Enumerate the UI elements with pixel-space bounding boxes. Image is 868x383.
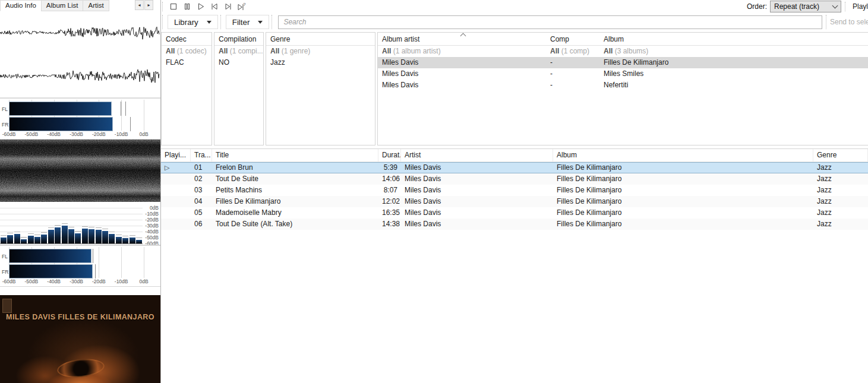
title-cell: Tout De Suite (212, 173, 378, 185)
meter-scale-label: -60dB (0, 131, 19, 137)
random-button[interactable]: ? (235, 1, 248, 12)
genre-cell: Jazz (813, 163, 868, 173)
playlist-row[interactable]: 06Tout De Suite (Alt. Take)14:38Miles Da… (161, 219, 868, 230)
all-label: All (550, 47, 559, 55)
spectrum-bar (62, 226, 68, 243)
duration-cell: 8:07 (378, 185, 401, 196)
genre-cell: Jazz (813, 185, 868, 196)
album-column-header[interactable]: Album (599, 33, 868, 45)
toolbar-grip[interactable] (826, 15, 829, 29)
playlist-column-header-title[interactable]: Title (212, 149, 378, 162)
playlist-row[interactable]: 05Mademoiselle Mabry16:35Miles DavisFill… (161, 207, 868, 219)
tab-audio-info[interactable]: Audio Info (0, 0, 42, 11)
app-window: Audio Info Album List Artist ◂ ▸ FLFR-60… (0, 0, 868, 383)
spectrum-bar (1, 238, 7, 243)
playlist-column-header-duration[interactable]: Durat... (378, 149, 401, 162)
filter-menu-button[interactable]: Filter (226, 15, 270, 29)
play-button[interactable] (194, 1, 207, 12)
meter-gridline (144, 247, 144, 278)
album-cell: Filles De Kilimanjaro (553, 173, 813, 185)
all-label: All (604, 47, 613, 55)
dropdown-arrow-icon (207, 21, 212, 24)
spectrum-peak (21, 237, 27, 238)
tab-scroll-left-button[interactable]: ◂ (135, 0, 144, 10)
filter-item[interactable]: FLAC (162, 57, 212, 68)
stop-button[interactable] (166, 1, 180, 12)
playlist-column-header-album[interactable]: Album (553, 149, 813, 162)
spectrum-bar (68, 229, 74, 243)
album-all-cell: All (1 comp) (546, 46, 599, 57)
order-dropdown[interactable]: Repeat (track) (770, 1, 841, 12)
playlist-row[interactable]: 03Petits Machins8:07Miles DavisFilles De… (161, 185, 868, 196)
meter-area: FLFR-60dB-50dB-40dB-30dB-20dB-10dB0dB (0, 99, 160, 139)
album-art: MILES DAVIS FILLES DE KILIMANJARO (0, 295, 160, 383)
album-row[interactable]: Miles Davis-Filles De Kilimanjaro (378, 57, 868, 68)
meter-gridline (121, 247, 122, 278)
filter-item-all[interactable]: All (1 codec) (162, 46, 212, 57)
pause-button[interactable] (180, 1, 194, 12)
channel-label: FR (2, 269, 8, 275)
all-count: (1 codec) (175, 47, 206, 55)
waveform-channel-right (0, 69, 159, 83)
left-sidebar: Audio Info Album List Artist ◂ ▸ FLFR-60… (0, 0, 161, 383)
tab-artist[interactable]: Artist (83, 0, 109, 11)
spectrum-peak (102, 229, 108, 229)
playlist-column-header-track[interactable]: Tra... (191, 149, 212, 162)
filter-item-all[interactable]: All (1 compi... (214, 46, 263, 57)
playlist-toolbar-label[interactable]: Playl (853, 2, 868, 11)
filter-menu-label: Filter (232, 18, 250, 27)
genre-header[interactable]: Genre (266, 33, 375, 46)
toolbar-grip[interactable] (162, 2, 165, 11)
playlist-column-header-playing[interactable]: Playi... (161, 149, 191, 162)
waveform-channel-left (0, 27, 159, 39)
spectrum-gridline (0, 214, 143, 214)
toolbar-grip[interactable] (272, 15, 274, 29)
playlist-panel: Playi...Tra...TitleDurat...ArtistAlbumGe… (161, 148, 868, 383)
title-cell: Frelon Brun (212, 163, 378, 173)
send-to-selection-label[interactable]: Send to sele (830, 18, 868, 26)
playlist-row[interactable]: 04Filles De Kilimanjaro12:02Miles DavisF… (161, 196, 868, 207)
comp-column-header[interactable]: Comp (546, 33, 599, 45)
spectrum-peak (122, 236, 128, 236)
meter-scale-label: -40dB (44, 131, 64, 137)
next-button[interactable] (221, 1, 235, 12)
album-cell: Filles De Kilimanjaro (599, 57, 868, 68)
tab-scroll-right-button[interactable]: ▸ (144, 0, 153, 10)
chevron-down-icon (832, 2, 838, 8)
library-menu-button[interactable]: Library (168, 15, 218, 29)
meter-scale-label: -10dB (111, 278, 131, 284)
search-input[interactable] (278, 15, 822, 29)
playlist-row[interactable]: 02Tout De Suite14:06Miles DavisFilles De… (161, 173, 868, 185)
codec-header[interactable]: Codec (162, 33, 212, 46)
playing-indicator (161, 173, 191, 185)
tab-album-list[interactable]: Album List (41, 0, 84, 11)
spectrum-bar (102, 231, 108, 243)
playlist-header: Playi...Tra...TitleDurat...ArtistAlbumGe… (161, 149, 868, 162)
spectrum-bar (122, 238, 128, 243)
compilation-header[interactable]: Compilation (214, 33, 263, 46)
playlist-column-header-artist[interactable]: Artist (401, 149, 553, 162)
toolbar-grip[interactable] (162, 15, 165, 29)
channel-label: FL (2, 254, 8, 259)
previous-button[interactable] (207, 1, 221, 12)
all-count: (3 albums) (613, 47, 648, 55)
waveform-svg (0, 11, 160, 98)
playlist-column-header-genre[interactable]: Genre (813, 149, 868, 162)
album-all-row[interactable]: All (1 album artist)All (1 comp)All (3 a… (378, 46, 868, 57)
toolbar-grip[interactable] (220, 15, 223, 29)
album-rows: All (1 album artist)All (1 comp)All (3 a… (378, 46, 868, 91)
album-row[interactable]: Miles Davis-Miles Smiles (378, 68, 868, 80)
peak-indicator (121, 102, 121, 116)
spectrum-gridline (0, 220, 143, 220)
filter-item-all[interactable]: All (1 genre) (266, 46, 375, 57)
album-row[interactable]: Miles Davis-Nefertiti (378, 80, 868, 91)
filter-item[interactable]: Jazz (266, 57, 375, 68)
toolbar-grip[interactable] (845, 2, 848, 11)
peak-indicator (93, 249, 93, 263)
filter-item[interactable]: NO (214, 57, 263, 68)
order-label: Order: (747, 2, 767, 11)
playlist-row[interactable]: ▷01Frelon Brun5:39Miles DavisFilles De K… (161, 162, 868, 173)
track-number-cell: 06 (191, 219, 212, 230)
title-cell: Filles De Kilimanjaro (212, 196, 378, 207)
spectrum-peak (55, 225, 61, 226)
